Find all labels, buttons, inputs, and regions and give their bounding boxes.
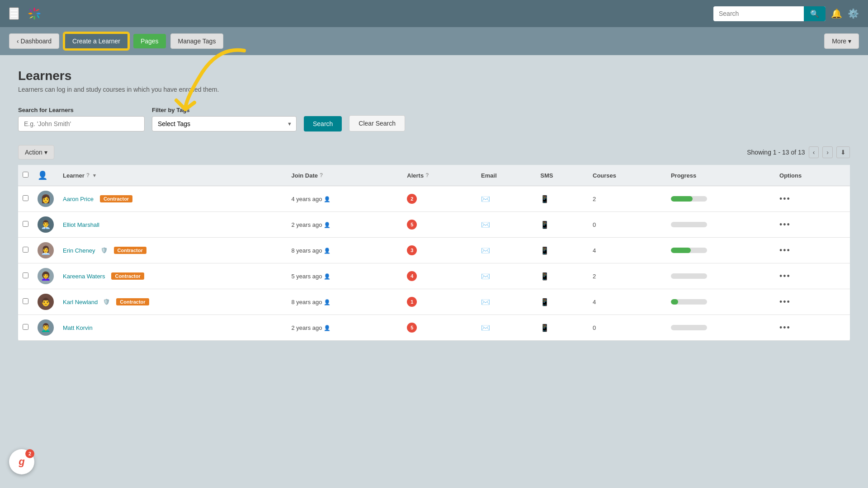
select-all-checkbox[interactable] [23,172,28,178]
shield-icon: 🛡️ [103,299,110,305]
avatar: 👩 [38,191,54,207]
join-date-header-text: Join Date [292,172,318,179]
learners-table: 👤 Learner ? ▾ Join Date ? [18,165,850,341]
download-button[interactable]: ⬇ [836,146,850,158]
search-label: Search for Learners [18,107,145,113]
learner-help-icon[interactable]: ? [86,172,90,178]
options-button[interactable]: ••• [779,297,791,307]
bell-icon[interactable]: 🔔 [831,8,842,19]
alert-badge: 2 [407,194,417,204]
nav-left: ☰ [9,5,42,22]
alert-badge: 1 [407,297,417,307]
gplus-widget[interactable]: g 2 [9,449,34,474]
row-avatar-cell: 👩 [33,186,58,212]
progress-header-text: Progress [671,172,696,179]
options-button[interactable]: ••• [779,323,791,333]
tags-select[interactable]: Select Tags [152,116,297,131]
tags-label: Filter by Tags [152,107,297,113]
avatar: 👨‍🦱 [38,319,54,336]
header-options: Options [775,165,850,186]
row-checkbox[interactable] [23,324,28,330]
email-icon: ✉️ [481,298,490,306]
row-checkbox[interactable] [23,272,28,278]
options-button[interactable]: ••• [779,220,791,230]
dashboard-button[interactable]: ‹ Dashboard [9,33,59,49]
row-email: ✉️ [476,238,536,263]
table-row: 👨‍💼 Elliot Marshall 2 years ago 👤 5 ✉️ 📱… [18,212,850,238]
join-date-help-icon[interactable]: ? [320,172,323,178]
options-button[interactable]: ••• [779,272,791,281]
options-button[interactable]: ••• [779,194,791,204]
global-search-button[interactable]: 🔍 [804,6,826,21]
row-options: ••• [775,238,850,263]
sms-icon: 📱 [540,247,549,254]
page-title: Learners [18,69,850,83]
manage-tags-button[interactable]: Manage Tags [170,33,224,49]
header-sms: SMS [536,165,588,186]
learner-sort-icon[interactable]: ▾ [93,173,96,178]
row-sms: 📱 [536,212,588,238]
user-icon: 👤 [324,248,330,254]
row-avatar-cell: 👨‍💼 [33,212,58,238]
learner-search-group: Search for Learners [18,107,145,131]
avatar: 👩‍💼 [38,242,54,258]
alert-badge: 4 [407,271,417,281]
avatar: 👨 [38,294,54,310]
row-checkbox-cell [18,263,33,289]
row-learner-cell: Elliot Marshall [58,212,287,238]
page-description: Learners can log in and study courses in… [18,86,850,93]
learner-search-input[interactable] [18,116,145,131]
clear-search-button[interactable]: Clear Search [349,115,405,131]
row-email: ✉️ [476,289,536,315]
row-email: ✉️ [476,315,536,341]
learner-name-link[interactable]: Elliot Marshall [63,221,99,228]
row-learner-cell: Kareena Waters Contractor [58,263,287,289]
top-navigation: ☰ 🔍 🔔 ⚙️ [0,0,868,27]
next-page-button[interactable]: › [822,146,833,158]
sub-navigation: ‹ Dashboard Create a Learner Pages Manag… [0,27,868,55]
row-join-date: 5 years ago 👤 [287,263,403,289]
header-join-date: Join Date ? [287,165,403,186]
user-icon: 👤 [324,299,330,305]
table-controls: Action ▾ Showing 1 - 13 of 13 ‹ › ⬇ [18,145,850,160]
row-join-date: 2 years ago 👤 [287,212,403,238]
learner-name-link[interactable]: Erin Cheney [63,247,95,254]
alerts-help-icon[interactable]: ? [425,172,429,178]
row-checkbox[interactable] [23,221,28,227]
notification-bell[interactable]: 🔔 [831,8,842,19]
alerts-header-text: Alerts [407,172,424,179]
more-button[interactable]: More ▾ [824,33,859,49]
email-icon: ✉️ [481,272,490,280]
hamburger-menu[interactable]: ☰ [9,7,19,20]
action-dropdown[interactable]: Action ▾ [18,145,54,160]
row-checkbox[interactable] [23,298,28,304]
row-checkbox-cell [18,186,33,212]
settings-icon[interactable]: ⚙️ [848,8,859,19]
search-area: Search for Learners Filter by Tags Selec… [18,107,850,131]
row-progress [666,212,775,238]
create-learner-button[interactable]: Create a Learner [64,33,129,50]
row-learner-cell: Matt Korvin [58,315,287,341]
learner-name-link[interactable]: Matt Korvin [63,324,93,331]
learner-name-link[interactable]: Aaron Price [63,196,94,202]
search-button[interactable]: Search [304,116,342,131]
pages-button[interactable]: Pages [133,34,166,48]
prev-page-button[interactable]: ‹ [809,146,819,158]
learner-name-link[interactable]: Kareena Waters [63,273,105,280]
global-search-input[interactable] [713,7,804,20]
row-checkbox[interactable] [23,195,28,201]
email-icon: ✉️ [481,324,490,332]
sms-icon: 📱 [540,298,549,306]
row-progress [666,315,775,341]
user-icon: 👤 [324,196,330,202]
row-sms: 📱 [536,238,588,263]
row-email: ✉️ [476,212,536,238]
progress-bar [671,248,707,253]
learner-name-link[interactable]: Karl Newland [63,299,98,305]
options-button[interactable]: ••• [779,246,791,255]
email-icon: ✉️ [481,247,490,254]
row-checkbox[interactable] [23,247,28,253]
table-row: 👩‍🦱 Kareena Waters Contractor 5 years ag… [18,263,850,289]
row-options: ••• [775,315,850,341]
row-courses: 2 [588,263,666,289]
